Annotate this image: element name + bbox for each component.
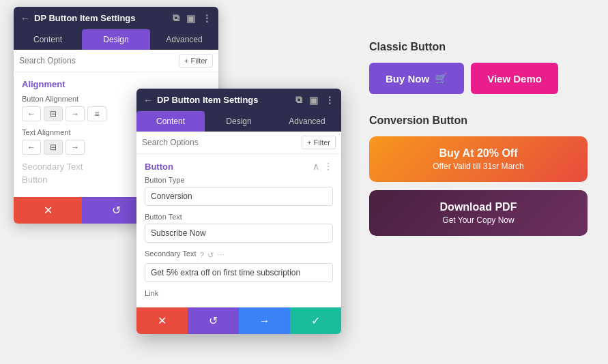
tab-advanced-front[interactable]: Advanced <box>273 111 341 132</box>
panel-header-back: ← DP Button Item Settings ⧉ ▣ ⋮ <box>14 7 218 29</box>
tab-content-front[interactable]: Content <box>136 111 205 132</box>
download-pdf-button[interactable]: Download PDF Get Your Copy Now <box>369 190 588 236</box>
secondary-text-label: Secondary Text <box>145 249 197 258</box>
classic-buttons-row: Buy Now 🛒 View Demo <box>369 63 588 94</box>
forward-btn-front[interactable]: → <box>239 307 290 334</box>
secondary-text-label-row: Secondary Text ? ↺ ⋯ <box>145 249 333 260</box>
offer-text: Offer Valid till 31sr March <box>386 162 571 171</box>
filter-btn-back[interactable]: + Filter <box>179 54 213 67</box>
filter-btn-front[interactable]: + Filter <box>302 136 336 149</box>
reset-btn-front[interactable]: ↺ <box>188 307 239 334</box>
button-type-group: Button Type Default Conversion Download <box>145 176 333 206</box>
align-btn-left[interactable]: ← <box>22 106 41 121</box>
section-row-button: Button ∧ ⋮ <box>145 161 333 172</box>
tab-design-front[interactable]: Design <box>205 111 273 132</box>
collapse-icon[interactable]: ∧ <box>313 161 319 172</box>
dots-icon-front[interactable]: ⋮ <box>325 95 334 106</box>
copy-icon-front[interactable]: ⧉ <box>295 94 302 106</box>
panel-title-back: DP Button Item Settings <box>34 13 166 23</box>
buy-now-button[interactable]: Buy Now 🛒 <box>369 63 464 94</box>
text-align-btn-right[interactable]: → <box>66 140 85 155</box>
view-demo-button[interactable]: View Demo <box>471 63 558 94</box>
buy-at-button[interactable]: Buy At 20% Off Offer Valid till 31sr Mar… <box>369 136 588 182</box>
save-btn-front[interactable]: ✓ <box>290 307 341 334</box>
info-icon: ? <box>200 251 204 259</box>
panel-footer-front: ✕ ↺ → ✓ <box>136 307 341 334</box>
secondary-text-group: Secondary Text ? ↺ ⋯ <box>145 249 333 282</box>
panel-body-front: Button ∧ ⋮ Button Type Default Conversio… <box>136 154 341 307</box>
buy-at-label: Buy At 20% Off <box>439 147 518 159</box>
text-align-btn-center[interactable]: ⊟ <box>44 140 63 155</box>
section-title-alignment: Alignment <box>22 79 210 89</box>
section-actions: ∧ ⋮ <box>313 161 333 172</box>
button-type-select-wrap: Default Conversion Download <box>145 187 333 206</box>
align-btn-justify[interactable]: ≡ <box>87 106 106 121</box>
panel-settings-front: ← DP Button Item Settings ⧉ ▣ ⋮ Content … <box>136 89 341 334</box>
download-label: Download PDF <box>440 201 517 213</box>
button-text-label: Button Text <box>145 213 333 221</box>
section-title-button: Button <box>145 162 173 172</box>
button-type-label: Button Type <box>145 176 333 184</box>
search-input-back[interactable] <box>19 56 175 65</box>
preview-area: Classic Button Buy Now 🛒 View Demo Conve… <box>369 41 588 236</box>
panel-header-front: ← DP Button Item Settings ⧉ ▣ ⋮ <box>136 89 341 111</box>
link-label: Link <box>145 289 333 297</box>
tab-advanced-back[interactable]: Advanced <box>150 29 218 50</box>
cancel-btn-front[interactable]: ✕ <box>136 307 188 334</box>
copy-icon-back[interactable]: ⧉ <box>173 12 179 24</box>
button-text-group: Button Text <box>145 213 333 243</box>
search-bar-front: + Filter <box>136 132 341 154</box>
buy-now-label: Buy Now <box>386 73 429 85</box>
back-arrow-icon[interactable]: ← <box>20 13 30 24</box>
button-type-select[interactable]: Default Conversion Download <box>145 187 333 206</box>
align-btn-center[interactable]: ⊟ <box>44 106 63 121</box>
view-demo-label: View Demo <box>487 73 542 85</box>
align-btn-right[interactable]: → <box>66 106 85 121</box>
conversion-section-title: Conversion Button <box>369 115 588 127</box>
copy-text: Get Your Copy Now <box>386 215 571 225</box>
panel-tabs-back: Content Design Advanced <box>14 29 218 50</box>
tab-content-back[interactable]: Content <box>14 29 82 50</box>
window-icon-back[interactable]: ▣ <box>186 13 195 24</box>
search-bar-back: + Filter <box>14 50 218 72</box>
text-align-btn-left[interactable]: ← <box>22 140 41 155</box>
classic-section-title: Classic Button <box>369 41 588 53</box>
window-icon-front[interactable]: ▣ <box>309 95 318 106</box>
tab-design-back[interactable]: Design <box>82 29 150 50</box>
secondary-text-input[interactable] <box>145 263 333 282</box>
panel-title-front: DP Button Item Settings <box>157 95 289 105</box>
search-input-front[interactable] <box>142 138 298 147</box>
back-arrow-icon-front[interactable]: ← <box>143 95 153 106</box>
secondary-more-icon[interactable]: ⋯ <box>217 251 225 260</box>
button-text-input[interactable] <box>145 224 333 243</box>
secondary-refresh-icon[interactable]: ↺ <box>207 251 214 260</box>
dots-icon-back[interactable]: ⋮ <box>202 13 212 24</box>
section-dots-icon[interactable]: ⋮ <box>323 161 333 172</box>
panel-tabs-front: Content Design Advanced <box>136 111 341 132</box>
cart-icon: 🛒 <box>435 72 448 85</box>
cancel-btn-back[interactable]: ✕ <box>14 197 82 224</box>
